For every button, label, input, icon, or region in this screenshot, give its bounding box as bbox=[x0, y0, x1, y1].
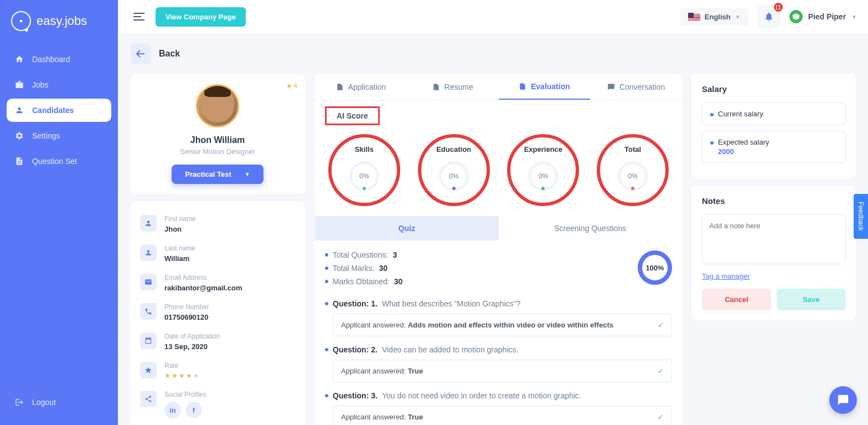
tab-label: Resume bbox=[445, 83, 473, 91]
social-icons: in f bbox=[164, 402, 295, 418]
score-label: Total bbox=[624, 145, 641, 153]
chevron-down-icon: ▼ bbox=[735, 14, 741, 20]
subtab-screening[interactable]: Screening Questions bbox=[499, 216, 683, 240]
current-salary: Current salary bbox=[702, 103, 846, 125]
score-pct: 0% bbox=[539, 172, 548, 180]
value: 3 bbox=[392, 250, 397, 259]
nav-dashboard[interactable]: Dashboard bbox=[7, 48, 111, 71]
nav-candidates[interactable]: Candidates bbox=[7, 99, 111, 122]
language-selector[interactable]: English ▼ bbox=[680, 8, 748, 25]
label: Total Questions: bbox=[333, 250, 388, 259]
value: William bbox=[164, 254, 295, 263]
nav-logout[interactable]: Logout bbox=[7, 391, 111, 414]
menu-toggle[interactable] bbox=[129, 7, 149, 27]
label: First name bbox=[164, 215, 295, 223]
doc-icon bbox=[432, 83, 440, 91]
salary-card: Salary Current salary Expected salary200… bbox=[692, 74, 856, 178]
briefcase-icon bbox=[14, 80, 24, 90]
score-ring: 0% bbox=[618, 161, 648, 191]
detail-rate: Rate★★★★★ bbox=[140, 356, 295, 385]
note-input[interactable] bbox=[702, 214, 846, 264]
nav-label: Question Set bbox=[32, 157, 77, 166]
profile-card: ★4 Jhon William Senior Motion Designer P… bbox=[130, 74, 305, 194]
hamburger-icon bbox=[133, 12, 144, 21]
topbar-right: English ▼ 11 Pied Piper ▼ bbox=[680, 5, 857, 28]
value: rakibantor@gmail.com bbox=[164, 284, 295, 292]
status-label: Practical Test bbox=[185, 170, 231, 178]
nav-settings[interactable]: Settings bbox=[7, 124, 111, 147]
chat-fab[interactable] bbox=[829, 386, 857, 414]
nav-label: Candidates bbox=[32, 106, 74, 115]
score-ring: 0% bbox=[439, 161, 469, 191]
nav-questionset[interactable]: Question Set bbox=[7, 150, 111, 173]
view-company-button[interactable]: View Company Page bbox=[156, 7, 246, 27]
chat-icon bbox=[607, 83, 615, 91]
salary-title: Salary bbox=[702, 84, 846, 94]
detail-lastname: Last nameWilliam bbox=[140, 239, 295, 268]
question-2: Question: 2. Video can be added to motio… bbox=[325, 345, 672, 382]
dot-icon bbox=[363, 187, 366, 190]
logo[interactable]: easy.jobs bbox=[0, 11, 118, 48]
brand-text: easy.jobs bbox=[37, 14, 87, 28]
save-button[interactable]: Save bbox=[777, 289, 846, 310]
detail-email: Email Addressrakibantor@gmail.com bbox=[140, 268, 295, 298]
expected-salary: Expected salary2000 bbox=[702, 131, 846, 163]
check-icon: ✓ bbox=[658, 367, 664, 375]
quiz-section: Total Questions: 3 Total Marks: 30 Marks… bbox=[315, 240, 682, 425]
svg-point-0 bbox=[20, 20, 23, 23]
linkedin-icon[interactable]: in bbox=[164, 402, 181, 418]
facebook-icon[interactable]: f bbox=[185, 402, 202, 418]
label: Phone Number bbox=[164, 303, 295, 311]
ans-label: Applicant answered: bbox=[341, 321, 408, 329]
tag-manager-link[interactable]: Tag a manager bbox=[702, 272, 750, 280]
nav: Dashboard Jobs Candidates Settings Quest… bbox=[0, 48, 118, 391]
check-icon: ✓ bbox=[658, 413, 664, 421]
home-icon bbox=[14, 54, 24, 64]
detail-date: Date of Application13 Sep, 2020 bbox=[140, 327, 295, 356]
score-label: Experience bbox=[524, 145, 562, 153]
tab-label: Conversation bbox=[619, 83, 665, 91]
nav-jobs[interactable]: Jobs bbox=[7, 73, 111, 96]
document-icon bbox=[14, 156, 24, 166]
rating-badge: ★4 bbox=[286, 82, 297, 90]
logo-icon bbox=[11, 11, 31, 31]
user-icon bbox=[14, 105, 24, 115]
nav-label: Jobs bbox=[32, 80, 49, 89]
answer-box: Applicant answered: True✓ bbox=[333, 360, 672, 382]
notes-card: Notes Tag a manager Cancel Save bbox=[692, 186, 856, 320]
subtab-quiz[interactable]: Quiz bbox=[315, 216, 499, 240]
status-dropdown[interactable]: Practical Test▼ bbox=[172, 165, 264, 184]
value: 2000 bbox=[718, 147, 769, 156]
notification-bell[interactable]: 11 bbox=[757, 5, 781, 28]
sidebar: easy.jobs Dashboard Jobs Candidates Sett… bbox=[0, 0, 118, 425]
nav-label: Dashboard bbox=[32, 55, 70, 64]
company-menu[interactable]: Pied Piper ▼ bbox=[789, 10, 857, 23]
tab-resume[interactable]: Resume bbox=[407, 74, 499, 100]
share-icon bbox=[140, 391, 157, 407]
answer-box: Applicant answered: True✓ bbox=[333, 406, 672, 425]
tab-application[interactable]: Application bbox=[315, 74, 407, 100]
label: Expected salary bbox=[718, 138, 769, 146]
cancel-button[interactable]: Cancel bbox=[702, 289, 771, 310]
summary-list: Total Questions: 3 Total Marks: 30 Marks… bbox=[325, 250, 402, 286]
detail-firstname: First nameJhon bbox=[140, 209, 295, 239]
feedback-tab[interactable]: Feedback bbox=[854, 194, 868, 239]
phone-icon bbox=[140, 303, 157, 320]
back-button[interactable] bbox=[130, 43, 151, 64]
label: Marks Obtained: bbox=[333, 277, 390, 286]
lang-label: English bbox=[705, 13, 731, 21]
quiz-percent-ring: 100% bbox=[638, 250, 672, 285]
dot-icon bbox=[452, 187, 456, 190]
tab-conversation[interactable]: Conversation bbox=[590, 74, 682, 100]
question-1: Question: 1. What best describes "Motion… bbox=[325, 299, 672, 336]
sub-tabs: Quiz Screening Questions bbox=[315, 216, 682, 240]
avatar bbox=[196, 84, 239, 127]
q-header: Question: 3. You do not need video in or… bbox=[325, 391, 672, 400]
left-column: ★4 Jhon William Senior Motion Designer P… bbox=[130, 74, 305, 425]
ai-score-title: AI Score bbox=[325, 106, 380, 125]
score-grid: Skills 0% Education 0% Experience 0% T bbox=[325, 134, 672, 206]
rating-value: 4 bbox=[293, 82, 297, 90]
score-pct: 0% bbox=[359, 172, 369, 180]
question-3: Question: 3. You do not need video in or… bbox=[325, 391, 672, 425]
tab-evaluation[interactable]: Evaluation bbox=[499, 74, 591, 100]
